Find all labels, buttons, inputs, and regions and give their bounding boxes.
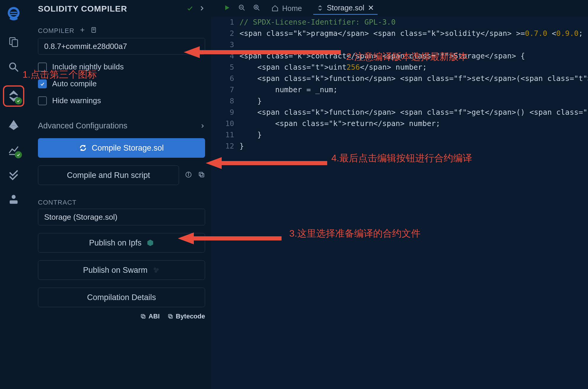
compiler-config-icon[interactable]: [90, 27, 97, 35]
contract-select[interactable]: Storage (Storage.sol): [38, 209, 205, 225]
swarm-icon: [152, 266, 160, 274]
refresh-icon: [79, 144, 87, 152]
line-gutter: 123456789101112: [211, 17, 239, 152]
success-badge-icon: [15, 97, 22, 104]
publish-swarm-button[interactable]: Publish on Swarm: [38, 260, 205, 280]
advanced-configurations-toggle[interactable]: Advanced Configurations: [38, 121, 205, 130]
svg-marker-47: [178, 232, 194, 244]
svg-rect-3: [10, 14, 17, 15]
run-icon[interactable]: [223, 4, 231, 12]
plugin-manager-icon[interactable]: [7, 193, 20, 206]
svg-marker-45: [206, 157, 222, 169]
tab-file[interactable]: Storage.sol ✕: [313, 2, 378, 15]
svg-marker-8: [10, 91, 18, 95]
compile-button-label: Compile Storage.sol: [92, 144, 164, 153]
ipfs-icon: [146, 239, 154, 247]
svg-rect-2: [10, 12, 17, 13]
svg-marker-40: [318, 5, 322, 7]
copy-abi-button[interactable]: ABI: [140, 313, 160, 320]
svg-rect-29: [141, 314, 144, 317]
svg-point-12: [12, 195, 15, 199]
compiler-version-value: 0.8.7+commit.e28d00a7: [44, 42, 127, 51]
annotation-4: 4.最后点击编辑按钮进行合约编译: [331, 152, 472, 165]
svg-marker-24: [147, 240, 153, 246]
search-icon[interactable]: [7, 60, 20, 74]
panel-title: SOLIDITY COMPILER: [38, 4, 205, 14]
add-compiler-icon[interactable]: [79, 27, 86, 35]
svg-marker-41: [318, 8, 322, 10]
compile-run-script-button[interactable]: Compile and Run script: [38, 165, 179, 185]
bytecode-label: Bytecode: [176, 313, 205, 320]
close-tab-icon[interactable]: ✕: [368, 4, 374, 12]
compile-run-script-label: Compile and Run script: [67, 171, 150, 180]
compilation-details-label: Compilation Details: [87, 293, 156, 302]
svg-rect-31: [168, 314, 171, 317]
solidity-compiler-icon[interactable]: [7, 90, 20, 103]
advanced-configurations-label: Advanced Configurations: [38, 121, 127, 130]
abi-label: ABI: [148, 313, 160, 320]
success-badge-icon: [15, 151, 22, 158]
compile-button[interactable]: Compile Storage.sol: [38, 138, 205, 158]
solidity-file-icon: [317, 5, 323, 11]
svg-rect-28: [142, 315, 145, 318]
annotation-arrow-4: [206, 154, 330, 173]
analytics-icon[interactable]: [7, 144, 20, 157]
svg-rect-13: [10, 200, 18, 204]
svg-point-6: [10, 63, 16, 69]
annotation-highlight-box: [3, 85, 24, 107]
copy-bytecode-button[interactable]: Bytecode: [167, 313, 205, 320]
file-explorer-icon[interactable]: [7, 36, 20, 49]
svg-point-27: [154, 270, 157, 273]
svg-line-37: [258, 9, 259, 10]
code-editor[interactable]: // SPDX-License-Identifier: GPL-3.0 <spa…: [239, 17, 588, 152]
svg-line-7: [15, 68, 18, 71]
tab-home-label: Home: [282, 4, 302, 13]
copy-icon[interactable]: [198, 171, 205, 179]
annotation-arrow-2: [184, 43, 344, 62]
svg-point-25: [154, 267, 156, 270]
contract-select-value: Storage (Storage.sol): [44, 213, 117, 222]
svg-rect-30: [170, 315, 172, 318]
panel-title-text: SOLIDITY COMPILER: [38, 4, 127, 14]
svg-marker-32: [225, 5, 229, 10]
annotation-3: 3.这里选择准备编译的合约文件: [289, 227, 421, 240]
compilation-details-button[interactable]: Compilation Details: [38, 288, 205, 307]
svg-line-34: [243, 9, 245, 10]
svg-rect-5: [12, 40, 17, 47]
home-icon: [271, 5, 279, 12]
publish-ipfs-label: Publish on Ipfs: [89, 238, 141, 248]
collapse-panel-icon[interactable]: [199, 4, 205, 14]
deploy-run-icon[interactable]: [7, 119, 20, 132]
annotation-1: 1.点击第三个图标: [23, 68, 97, 81]
compiler-label: COMPILER: [38, 27, 74, 35]
hide-warnings-checkbox[interactable]: [38, 96, 47, 105]
hide-warnings-label: Hide warnings: [52, 96, 101, 105]
tab-file-label: Storage.sol: [327, 4, 364, 12]
remix-logo: [5, 5, 22, 24]
publish-swarm-label: Publish on Swarm: [83, 266, 148, 275]
svg-point-21: [188, 173, 189, 173]
compiler-version-select[interactable]: 0.8.7+commit.e28d00a7: [38, 38, 205, 55]
compile-success-icon: [187, 4, 193, 14]
annotation-arrow-3: [178, 229, 285, 248]
svg-marker-43: [184, 46, 200, 58]
svg-rect-22: [200, 173, 204, 177]
contract-label: CONTRACT: [38, 199, 205, 206]
zoom-in-icon[interactable]: [253, 4, 260, 12]
copy-icon: [167, 313, 173, 319]
annotation-2: 2.注意编译版本选择最新版本: [346, 50, 468, 63]
tab-home[interactable]: Home: [268, 2, 306, 15]
chevron-right-icon: [200, 123, 205, 129]
copy-icon: [140, 313, 146, 319]
info-icon[interactable]: [185, 171, 192, 179]
debugger-icon[interactable]: [7, 168, 20, 181]
svg-rect-23: [199, 172, 203, 176]
zoom-out-icon[interactable]: [238, 4, 245, 12]
